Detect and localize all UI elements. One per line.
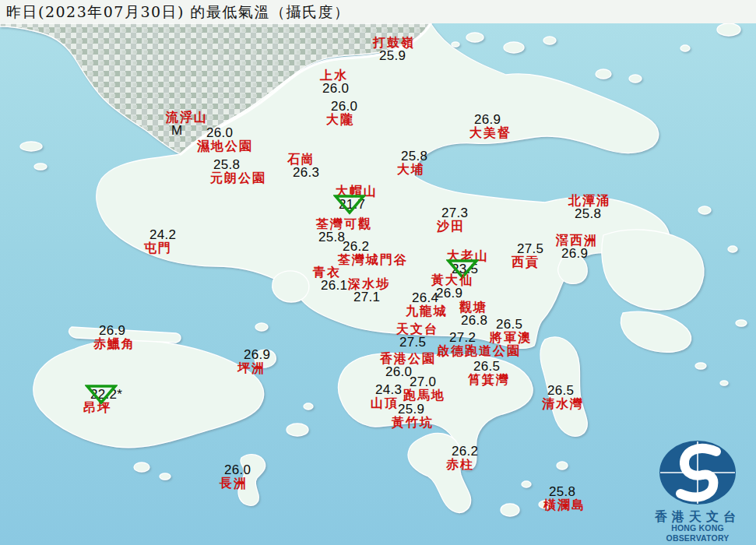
station-value: 26.2 <box>452 445 478 458</box>
station-value: 27.0 <box>410 375 445 389</box>
station-shek-kong: 石崗26.3 <box>287 153 319 179</box>
station-value: 25.9 <box>379 49 415 62</box>
station-ta-lung: 26.0大隴 <box>326 100 357 126</box>
station-tuen-mun: 24.2屯門 <box>144 228 176 255</box>
station-value: 26.5 <box>547 384 584 397</box>
station-value: 26.8 <box>461 314 487 327</box>
station-value: 26.0 <box>331 100 357 113</box>
station-name: 元朗公園 <box>210 171 266 185</box>
station-name: 大老山 <box>447 249 489 262</box>
station-name: 赤鱲角 <box>93 337 135 350</box>
hko-logo-name-en: HONG KONG OBSERVATORY <box>639 523 756 543</box>
station-ta-kwu-ling: 打鼓嶺25.9 <box>373 36 415 62</box>
station-name: 上水 <box>320 69 349 82</box>
station-kwun-tong: 觀塘26.8 <box>459 301 487 327</box>
station-tates-cairn: 大老山23.5 <box>447 249 489 276</box>
station-shau-kei-wan: 26.5筲箕灣 <box>468 360 510 386</box>
station-observatory: 天文台27.5 <box>396 322 438 349</box>
station-name: 橫瀾島 <box>543 498 585 512</box>
station-value: 26.2 <box>343 240 408 253</box>
station-sai-kung: 27.5西貢 <box>512 242 543 269</box>
station-yuen-long-park: 25.8元朗公園 <box>210 158 266 185</box>
station-name: 荃灣可觀 <box>316 217 372 230</box>
station-name: 滘西洲 <box>556 234 598 247</box>
map-title: 昨日(2023年07月30日) 的最低氣溫（攝氏度） <box>6 2 350 23</box>
station-pak-tam-chung: 北潭涌25.8 <box>568 194 610 220</box>
station-value: 26.1 <box>321 279 347 292</box>
station-value: 26.4 <box>412 291 448 304</box>
tsing-yi-island <box>273 271 309 302</box>
station-sham-shui-po: 深水埗27.1 <box>348 277 390 304</box>
station-value: 27.5 <box>399 336 438 349</box>
station-name: 啟德跑道公園 <box>437 344 521 357</box>
station-name: 筲箕灣 <box>468 373 510 386</box>
station-name: 九龍城 <box>406 304 448 318</box>
station-name: 坪洲 <box>237 361 270 374</box>
station-value: 25.8 <box>549 485 585 498</box>
station-value: 26.3 <box>293 166 319 179</box>
station-name: 青衣 <box>313 265 347 279</box>
station-tsing-yi: 青衣26.1 <box>313 265 347 292</box>
station-value: 26.9 <box>244 348 270 361</box>
station-name: 將軍澳 <box>490 331 532 344</box>
station-value: 24.2 <box>149 228 176 241</box>
station-value: 25.8 <box>401 149 427 163</box>
station-value: 26.5 <box>496 318 532 331</box>
station-name: 天文台 <box>396 322 438 336</box>
station-value: 26.9 <box>474 113 512 126</box>
station-value: 26.5 <box>473 360 510 373</box>
station-peng-chau: 26.9坪洲 <box>237 348 270 374</box>
station-value: 26.9 <box>99 324 135 337</box>
station-name: 石崗 <box>287 153 319 166</box>
station-name: 大埔 <box>397 163 427 176</box>
station-name: 觀塘 <box>459 301 487 314</box>
station-tseung-kwan-o: 26.5將軍澳 <box>490 318 532 344</box>
station-name: 長洲 <box>220 476 251 490</box>
station-tai-mei-tuk: 26.9大美督 <box>469 113 512 139</box>
station-value: 25.8 <box>575 207 610 220</box>
station-value: 25.8 <box>213 158 266 171</box>
station-name: 昂坪 <box>83 401 122 414</box>
station-clear-water-bay: 26.5清水灣 <box>542 384 584 410</box>
station-cheung-chau: 26.0長洲 <box>220 463 251 490</box>
station-name: 赤柱 <box>446 458 478 471</box>
station-stanley: 26.2赤柱 <box>446 445 478 471</box>
station-name: 濕地公園 <box>197 139 253 153</box>
station-name: 清水灣 <box>542 397 584 410</box>
station-value: 25.9 <box>398 403 434 416</box>
station-name: 跑馬地 <box>403 389 445 402</box>
station-tsuen-wan-shing-mun-valley: 26.2荃灣城門谷 <box>338 240 408 266</box>
station-name: 流浮山 <box>166 111 208 124</box>
station-name: 大隴 <box>326 113 357 126</box>
station-name: 北潭涌 <box>568 194 610 207</box>
station-name: 深水埗 <box>348 277 390 290</box>
station-value: 26.0 <box>206 126 253 139</box>
station-name: 黃大仙 <box>431 273 473 287</box>
station-wetland-park: 26.0濕地公園 <box>197 126 253 153</box>
station-name: 黃竹坑 <box>392 416 434 429</box>
station-name: 大美督 <box>469 126 512 139</box>
station-value: 26.0 <box>224 463 251 476</box>
station-sheung-shui: 上水26.0 <box>320 69 349 95</box>
station-name: 大帽山 <box>336 185 378 198</box>
station-value: 27.3 <box>441 206 468 220</box>
station-sha-tin: 27.3沙田 <box>437 206 468 233</box>
hk-min-temperature-map: 昨日(2023年07月30日) 的最低氣溫（攝氏度） 打鼓嶺25.9上水26.0… <box>0 0 756 545</box>
station-value: 21.7 <box>339 198 378 211</box>
station-name: 西貢 <box>512 255 543 269</box>
observatory-emblem-icon <box>657 439 738 508</box>
station-value: 26.9 <box>561 247 598 260</box>
station-waglan-island: 25.8橫瀾島 <box>543 485 585 512</box>
station-name: 香港公園 <box>380 352 436 365</box>
station-value: 24.3 <box>375 383 402 396</box>
station-kowloon-city: 26.4九龍城 <box>406 291 448 318</box>
hko-logo: 香港天文台 HONG KONG OBSERVATORY <box>639 439 756 543</box>
station-name: 沙田 <box>437 220 468 233</box>
hko-logo-name-zh: 香港天文台 <box>639 511 756 523</box>
station-tai-mo-shan: 大帽山21.7 <box>336 185 378 211</box>
station-value: 27.1 <box>353 290 390 304</box>
station-chek-lap-kok: 26.9赤鱲角 <box>93 324 135 350</box>
station-name: 屯門 <box>144 241 176 255</box>
station-value: 26.0 <box>322 82 349 95</box>
station-ngong-ping: 22.2*昂坪 <box>83 388 122 414</box>
